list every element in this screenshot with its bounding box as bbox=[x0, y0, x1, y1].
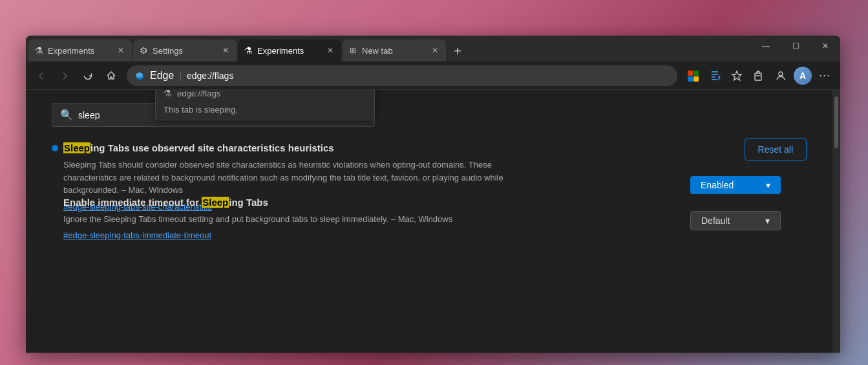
profile-icon[interactable] bbox=[770, 65, 791, 86]
flask-icon: ⚗ bbox=[243, 45, 253, 56]
collections-icon[interactable] bbox=[748, 65, 769, 86]
feature-link-2[interactable]: #edge-sleeping-tabs-immediate-timeout bbox=[63, 230, 211, 240]
user-avatar: A bbox=[794, 67, 812, 85]
more-button[interactable]: ··· bbox=[814, 65, 835, 86]
tab-label: New tab bbox=[362, 46, 425, 56]
svg-rect-3 bbox=[693, 71, 699, 76]
flask-icon: ⚗ bbox=[34, 45, 44, 56]
home-button[interactable] bbox=[101, 65, 122, 86]
flask-icon-small: ⚗ bbox=[164, 90, 172, 98]
tab-experiments-1[interactable]: ⚗ Experiments ✕ bbox=[28, 39, 132, 61]
feature-title-rest: ing Tabs use observed site characteristi… bbox=[90, 142, 334, 153]
highlight-sleep-1: Sleep bbox=[63, 142, 90, 153]
close-button[interactable]: ✕ bbox=[810, 36, 840, 56]
favorites-icon[interactable] bbox=[726, 65, 747, 86]
new-tab-button[interactable]: + bbox=[447, 41, 468, 61]
feature-title: Sleeping Tabs use observed site characte… bbox=[63, 142, 334, 153]
chevron-down-icon-2: ▾ bbox=[765, 216, 770, 226]
search-icon: 🔍 bbox=[60, 109, 73, 121]
grid-icon: ⊞ bbox=[348, 45, 358, 56]
tab-close-button[interactable]: ✕ bbox=[115, 45, 127, 56]
enabled-dropdown[interactable]: Enabled ▾ bbox=[690, 176, 781, 194]
tab-close-button[interactable]: ✕ bbox=[429, 45, 441, 56]
feature-immediate-timeout: Enable immediate timeout for Sleeping Ta… bbox=[52, 197, 807, 212]
feature-description-2: Ignore the Sleeping Tabs timeout setting… bbox=[63, 213, 516, 226]
svg-marker-6 bbox=[732, 71, 741, 80]
feature-title-prefix: Enable immediate timeout for bbox=[63, 197, 202, 208]
feature-title-row-2: Enable immediate timeout for Sleeping Ta… bbox=[52, 197, 807, 208]
tab-label: Experiments bbox=[257, 46, 321, 56]
svg-rect-4 bbox=[688, 76, 693, 82]
tab-newtab[interactable]: ⊞ New tab ✕ bbox=[343, 39, 446, 61]
minimize-button[interactable]: — bbox=[751, 36, 781, 56]
refresh-button[interactable] bbox=[78, 65, 98, 86]
autocomplete-url-row[interactable]: ⚗ edge://flags bbox=[156, 90, 374, 104]
feature-sleeping-tabs-heuristics: Sleeping Tabs use observed site characte… bbox=[52, 142, 807, 176]
highlight-sleep-2: Sleep bbox=[202, 197, 229, 208]
autocomplete-sleeping-text: This tab is sleeping. bbox=[156, 104, 374, 120]
address-bar[interactable]: Edge | edge://flags bbox=[127, 65, 677, 86]
toolbar-right: A ··· bbox=[683, 65, 835, 86]
ellipsis-icon: ··· bbox=[819, 69, 831, 82]
address-separator: | bbox=[179, 71, 182, 81]
feature-title-suffix: ing Tabs bbox=[229, 197, 268, 208]
back-button[interactable] bbox=[31, 65, 52, 86]
address-brand: Edge bbox=[150, 70, 174, 82]
tab-label: Experiments bbox=[48, 46, 111, 56]
main-content: 🔍 Reset all Sleeping Tabs use observed s… bbox=[26, 90, 832, 353]
default-dropdown[interactable]: Default ▾ bbox=[690, 211, 781, 230]
title-bar: ⚗ Experiments ✕ ⚙ Settings ✕ ⚗ Experimen… bbox=[26, 36, 840, 61]
feature-indicator-dot bbox=[52, 145, 58, 151]
tab-experiments-active[interactable]: ⚗ Experiments ✕ bbox=[238, 39, 341, 61]
window-controls: — ☐ ✕ bbox=[751, 36, 840, 56]
edge-collections-icon[interactable] bbox=[704, 65, 725, 86]
feature-title-2: Enable immediate timeout for Sleeping Ta… bbox=[63, 197, 268, 208]
forward-button[interactable] bbox=[54, 65, 75, 86]
svg-rect-2 bbox=[688, 71, 693, 76]
dropdown-value-2: Default bbox=[701, 216, 730, 226]
gear-icon: ⚙ bbox=[138, 45, 149, 56]
tab-label: Settings bbox=[153, 46, 216, 56]
svg-rect-7 bbox=[755, 73, 761, 80]
scrollbar[interactable] bbox=[832, 90, 840, 353]
feature-description: Sleeping Tabs should consider observed s… bbox=[63, 159, 516, 197]
dropdown-value: Enabled bbox=[701, 180, 734, 190]
svg-point-9 bbox=[779, 72, 783, 76]
svg-point-1 bbox=[136, 72, 143, 78]
maximize-button[interactable]: ☐ bbox=[781, 36, 810, 56]
avatar[interactable]: A bbox=[792, 65, 813, 86]
chevron-down-icon: ▾ bbox=[766, 180, 770, 190]
office-icon[interactable] bbox=[683, 65, 703, 86]
feature-title-row: Sleeping Tabs use observed site characte… bbox=[52, 142, 807, 153]
tab-close-button[interactable]: ✕ bbox=[324, 45, 336, 56]
browser-window: ⚗ Experiments ✕ ⚙ Settings ✕ ⚗ Experimen… bbox=[26, 36, 840, 353]
svg-rect-5 bbox=[693, 76, 699, 82]
tab-close-button[interactable]: ✕ bbox=[220, 45, 231, 56]
tab-settings[interactable]: ⚙ Settings ✕ bbox=[133, 39, 237, 61]
toolbar: Edge | edge://flags A bbox=[26, 61, 840, 90]
scrollbar-thumb[interactable] bbox=[834, 96, 838, 148]
content-area: 🔍 Reset all Sleeping Tabs use observed s… bbox=[26, 90, 840, 353]
autocomplete-url: edge://flags bbox=[177, 90, 220, 98]
address-url: edge://flags bbox=[187, 71, 670, 81]
autocomplete-popup: Experiments ⚗ edge://flags This tab is s… bbox=[155, 90, 375, 120]
edge-logo-icon bbox=[134, 71, 145, 81]
tabs-row: ⚗ Experiments ✕ ⚙ Settings ✕ ⚗ Experimen… bbox=[26, 36, 840, 61]
